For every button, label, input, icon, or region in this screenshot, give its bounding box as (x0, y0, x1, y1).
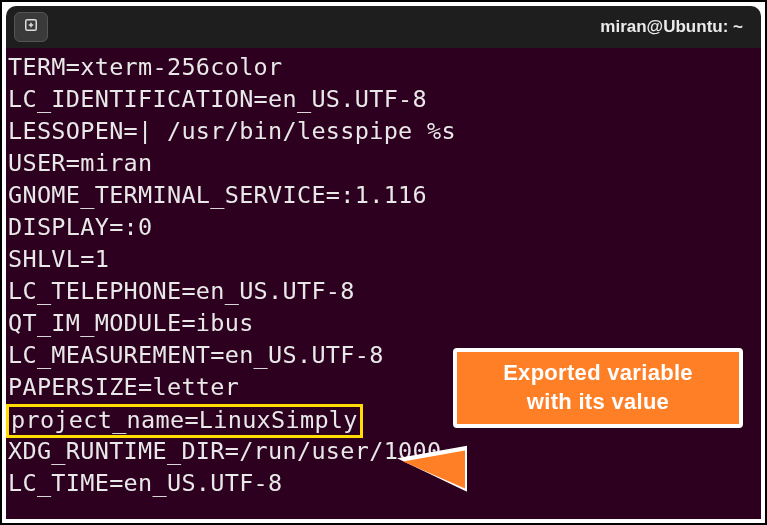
env-line: LC_IDENTIFICATION=en_US.UTF-8 (8, 84, 761, 116)
env-line: QT_IM_MODULE=ibus (8, 308, 761, 340)
annotation-callout: Exported variable with its value (453, 348, 743, 428)
titlebar: miran@Ubuntu: ~ (6, 6, 761, 48)
env-line: XDG_RUNTIME_DIR=/run/user/1000 (8, 436, 761, 468)
window-title: miran@Ubuntu: ~ (600, 17, 743, 37)
env-line: GNOME_TERMINAL_SERVICE=:1.116 (8, 180, 761, 212)
env-line: DISPLAY=:0 (8, 212, 761, 244)
env-line: LC_TIME=en_US.UTF-8 (8, 468, 761, 500)
env-line: LC_TELEPHONE=en_US.UTF-8 (8, 276, 761, 308)
new-tab-button[interactable] (14, 12, 48, 42)
terminal-output[interactable]: TERM=xterm-256color LC_IDENTIFICATION=en… (6, 48, 761, 519)
env-line: LESSOPEN=| /usr/bin/lesspipe %s (8, 116, 761, 148)
new-tab-icon (22, 16, 40, 38)
env-line: TERM=xterm-256color (8, 52, 761, 84)
highlighted-variable: project_name=LinuxSimply (6, 404, 363, 438)
env-line: SHLVL=1 (8, 244, 761, 276)
env-line: USER=miran (8, 148, 761, 180)
callout-text-line2: with its value (527, 388, 669, 417)
callout-text-line1: Exported variable (503, 359, 693, 388)
